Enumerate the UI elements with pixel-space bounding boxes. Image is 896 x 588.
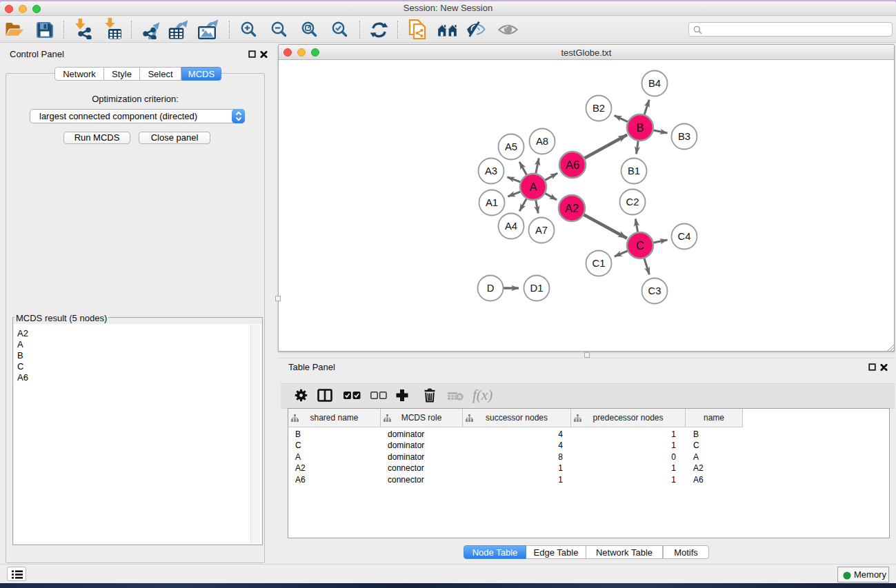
svg-text:B3: B3 — [678, 131, 690, 142]
svg-text:C3: C3 — [648, 285, 661, 296]
svg-text:A7: A7 — [535, 225, 548, 236]
svg-text:B2: B2 — [593, 103, 605, 114]
svg-text:C1: C1 — [593, 258, 606, 269]
svg-text:A5: A5 — [505, 141, 517, 152]
svg-text:B1: B1 — [628, 165, 640, 176]
svg-text:D1: D1 — [530, 283, 544, 294]
svg-text:C4: C4 — [678, 231, 691, 242]
svg-text:A1: A1 — [486, 197, 498, 208]
svg-text:B4: B4 — [648, 78, 661, 89]
svg-text:B: B — [636, 121, 644, 134]
svg-text:C: C — [636, 239, 644, 252]
svg-text:A3: A3 — [485, 165, 497, 176]
svg-text:A: A — [529, 181, 537, 193]
svg-text:A8: A8 — [536, 136, 548, 147]
svg-text:A4: A4 — [505, 221, 517, 232]
svg-text:A2: A2 — [565, 202, 579, 214]
svg-text:C2: C2 — [626, 196, 639, 207]
svg-text:A6: A6 — [566, 159, 579, 171]
svg-text:D: D — [487, 283, 495, 294]
